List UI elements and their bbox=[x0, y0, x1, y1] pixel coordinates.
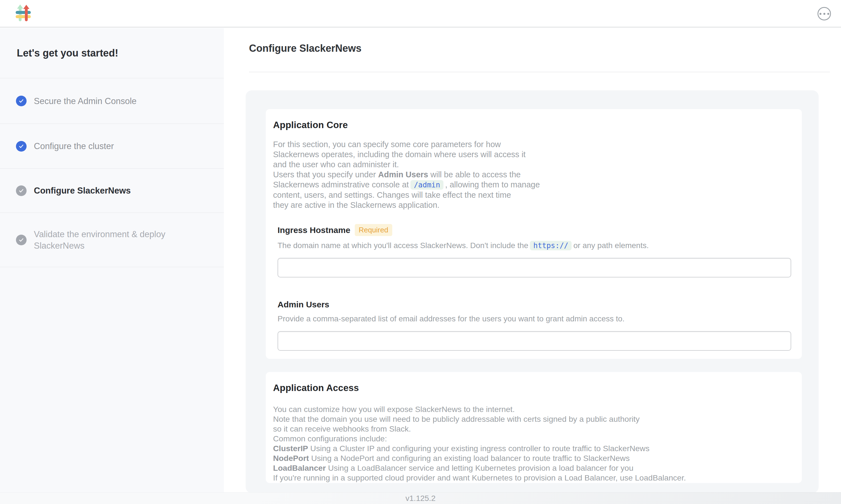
ingress-hostname-input[interactable] bbox=[278, 258, 791, 277]
card-heading: Application Access bbox=[273, 383, 791, 393]
admin-users-input[interactable] bbox=[278, 331, 791, 351]
admin-users-field: Admin Users Provide a comma-separated li… bbox=[278, 300, 791, 351]
config-panel: Application Core For this section, you c… bbox=[246, 90, 819, 493]
slackernews-logo-icon bbox=[16, 4, 31, 22]
application-access-card: Application Access You can customize how… bbox=[266, 372, 802, 483]
required-badge: Required bbox=[355, 224, 392, 236]
more-options-button[interactable] bbox=[818, 7, 831, 20]
version-footer: v1.125.2 bbox=[0, 492, 841, 504]
sidebar-step-secure-admin-console[interactable]: Secure the Admin Console bbox=[0, 78, 224, 124]
page-title: Configure SlackerNews bbox=[249, 42, 361, 54]
sidebar-step-validate-deploy[interactable]: Validate the environment & deploy Slacke… bbox=[0, 213, 224, 267]
check-circle-icon bbox=[16, 235, 26, 245]
check-circle-icon bbox=[16, 96, 26, 106]
check-circle-icon bbox=[16, 141, 26, 151]
setup-steps-sidebar: Let's get you started! Secure the Admin … bbox=[0, 28, 224, 492]
step-label: Validate the environment & deploy Slacke… bbox=[34, 229, 210, 251]
admin-users-label: Admin Users bbox=[278, 300, 329, 309]
application-access-description: You can customize how you will expose Sl… bbox=[273, 404, 791, 483]
version-label: v1.125.2 bbox=[406, 494, 435, 503]
step-label: Configure SlackerNews bbox=[34, 185, 131, 196]
application-core-card: Application Core For this section, you c… bbox=[266, 109, 802, 359]
card-heading: Application Core bbox=[273, 120, 791, 130]
ingress-hostname-label: Ingress Hostname bbox=[278, 226, 350, 235]
admin-users-help: Provide a comma-separated list of email … bbox=[278, 313, 791, 324]
top-bar bbox=[0, 0, 841, 28]
check-circle-icon bbox=[16, 185, 26, 196]
ingress-hostname-field: Ingress Hostname Required The domain nam… bbox=[278, 224, 791, 277]
step-label: Configure the cluster bbox=[34, 140, 114, 152]
https-code-chip: https:// bbox=[530, 241, 572, 250]
sidebar-step-configure-slackernews[interactable]: Configure SlackerNews bbox=[0, 169, 224, 213]
admin-path-code-chip: /admin bbox=[410, 180, 444, 190]
sidebar-heading: Let's get you started! bbox=[0, 28, 224, 78]
sidebar-step-configure-cluster[interactable]: Configure the cluster bbox=[0, 124, 224, 169]
ingress-hostname-help: The domain name at which you'll access S… bbox=[278, 240, 791, 251]
step-label: Secure the Admin Console bbox=[34, 95, 137, 107]
ellipsis-icon bbox=[820, 13, 821, 15]
application-core-description: For this section, you can specify some c… bbox=[273, 139, 791, 210]
